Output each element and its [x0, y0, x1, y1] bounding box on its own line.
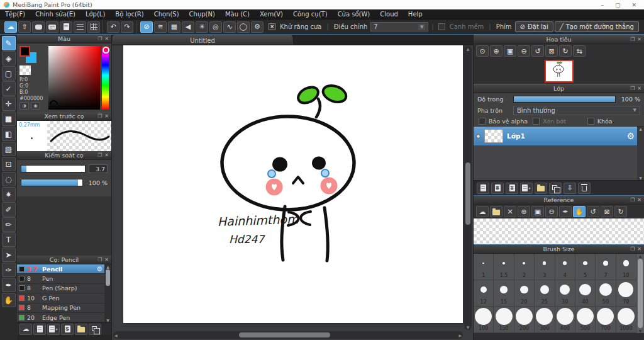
color-picker-mode-button[interactable]: ◉: [31, 102, 40, 110]
select-marquee-tool[interactable]: ⊡: [2, 157, 16, 171]
menu-item-7[interactable]: Xem(V): [255, 11, 288, 18]
upload-icon[interactable]: ⇧: [18, 21, 31, 33]
popout-icon[interactable]: ❐: [630, 246, 635, 252]
brush-row-pencil[interactable]: 3.7Pencil⚙: [17, 264, 104, 274]
transparent-color-swatch[interactable]: [19, 65, 31, 75]
concentric-icon[interactable]: ◎: [209, 21, 222, 33]
operation-tool[interactable]: ➤: [2, 247, 16, 262]
undo-icon[interactable]: ↶: [107, 21, 119, 33]
correction-grid-icon[interactable]: ▦: [168, 21, 180, 33]
close-icon[interactable]: ✕: [637, 37, 641, 42]
popout-icon[interactable]: ❐: [630, 86, 635, 91]
brush-size-1000[interactable]: 1000: [616, 307, 636, 333]
zoom-100-icon[interactable]: ⊙: [476, 45, 489, 57]
menu-item-3[interactable]: Bộ lọc(R): [110, 11, 148, 18]
shape-brush-tool[interactable]: ▢: [2, 66, 16, 81]
menu-item-5[interactable]: Chụp(N): [184, 11, 220, 18]
brush-size-1.5[interactable]: 1.5: [494, 254, 514, 280]
alpha-protect-checkbox[interactable]: ✕: [479, 118, 486, 125]
reference-body[interactable]: [474, 218, 644, 244]
symmetry-icon[interactable]: ✳: [196, 21, 208, 33]
duplicate-brush-icon[interactable]: [89, 324, 101, 335]
brush-opacity-slider[interactable]: [21, 179, 83, 186]
guide-settings-gear-icon[interactable]: ⚙: [251, 21, 264, 33]
document-icon[interactable]: [60, 21, 72, 33]
brush-size-2[interactable]: 2: [514, 254, 535, 280]
close-icon[interactable]: ✕: [104, 257, 109, 263]
scroll-down-icon[interactable]: ▼: [106, 318, 109, 322]
material-grid-icon[interactable]: [87, 21, 100, 33]
layer-settings-gear-icon[interactable]: ⚙: [626, 131, 635, 141]
popout-icon[interactable]: ❐: [630, 197, 635, 203]
menu-item-10[interactable]: Cloud: [375, 11, 403, 18]
brush-size-400[interactable]: 400: [555, 307, 575, 333]
soft-edge-checkbox[interactable]: ✕: [438, 23, 445, 30]
new-brush-icon[interactable]: [33, 324, 46, 335]
move-tool[interactable]: ✛: [2, 96, 16, 111]
menu-item-6[interactable]: Màu (C): [220, 11, 255, 18]
canvas-viewport[interactable]: Hainhimthom Hd247 ▲ ▼ ◀ ▶: [112, 45, 473, 340]
close-icon[interactable]: ✕: [637, 86, 641, 91]
brush-size-scrollbar[interactable]: ▲ ▼: [636, 254, 644, 333]
cloud-upload-brush-icon[interactable]: ☁: [19, 324, 32, 335]
brush-list-scrollbar[interactable]: ▲ ▼: [104, 264, 111, 322]
delete-layer-icon[interactable]: [578, 183, 591, 194]
list-icon[interactable]: [74, 21, 86, 33]
ref-rotate-ccw-icon[interactable]: ↺: [587, 206, 599, 217]
new-1bit-layer-icon[interactable]: 1: [506, 183, 518, 194]
perspective-icon[interactable]: ◀: [182, 21, 194, 33]
snap-tool[interactable]: ✓: [2, 81, 16, 96]
correction-dropdown[interactable]: 7▼: [370, 22, 428, 31]
minimize-button[interactable]: –: [601, 2, 604, 8]
canvas-vertical-scrollbar[interactable]: ▲ ▼: [464, 46, 472, 330]
brush-size-10[interactable]: 10: [616, 254, 636, 280]
scroll-up-icon[interactable]: ▲: [467, 46, 470, 52]
lasso-tool[interactable]: ◌: [2, 172, 16, 186]
brush-row-pen[interactable]: 8Pen: [17, 274, 104, 283]
layer-opacity-slider[interactable]: [513, 96, 616, 103]
close-icon[interactable]: ✕: [104, 152, 109, 158]
correction-lines-icon[interactable]: ≋: [154, 21, 167, 33]
brush-size-7[interactable]: 7: [596, 254, 616, 280]
canvas-document[interactable]: Hainhimthom Hd247: [123, 45, 463, 323]
select-eraser-tool[interactable]: ✏: [2, 217, 16, 232]
hue-bar[interactable]: [102, 46, 109, 110]
brush-size-100[interactable]: 100: [474, 307, 494, 333]
layer-list-scrollbar[interactable]: ▲ ▼: [637, 127, 644, 180]
close-icon[interactable]: ✕: [104, 113, 109, 119]
antialias-checkbox[interactable]: ✕: [269, 23, 275, 30]
script-brush-icon[interactable]: S: [61, 324, 74, 335]
navigator-thumbnail[interactable]: [545, 60, 574, 82]
popout-icon[interactable]: ❐: [97, 113, 102, 119]
brush-size-20[interactable]: 20: [514, 280, 535, 307]
cloud-icon[interactable]: ☁: [4, 21, 17, 33]
brush-size-12[interactable]: 12: [474, 280, 494, 307]
new-layer-icon[interactable]: [477, 183, 489, 194]
menu-item-8[interactable]: Công cụ(T): [288, 11, 333, 18]
bucket-tool[interactable]: ◧: [2, 127, 16, 141]
brush-size-40[interactable]: 40: [575, 280, 596, 307]
menu-item-1[interactable]: Chỉnh sửa(E): [30, 11, 80, 18]
maximize-button[interactable]: ▢: [615, 2, 621, 8]
palette-button[interactable]: ◑: [19, 102, 29, 110]
brush-size-25[interactable]: 25: [535, 280, 555, 307]
ref-zoom-in-icon[interactable]: ⊕: [518, 206, 530, 217]
close-icon[interactable]: ✕: [637, 246, 641, 252]
scroll-right-icon[interactable]: ▶: [457, 333, 463, 337]
brush-size-4[interactable]: 4: [555, 254, 575, 280]
brush-folder-icon[interactable]: [75, 324, 87, 335]
fill-rect-tool[interactable]: ■: [2, 111, 16, 126]
fit-screen-icon[interactable]: ▣: [504, 45, 516, 57]
straight-line-button[interactable]: ╱ Tạo một đường thẳng: [555, 21, 639, 32]
ellipse-guide-icon[interactable]: ◯: [237, 21, 250, 33]
scroll-down-icon[interactable]: ▼: [639, 176, 642, 180]
vertical-scroll-thumb[interactable]: [465, 162, 470, 225]
canvas-horizontal-scrollbar[interactable]: ◀ ▶: [113, 331, 463, 339]
ref-fit-icon[interactable]: ▣: [531, 206, 544, 217]
layer-visibility-dot[interactable]: [476, 134, 480, 139]
ref-hand-icon[interactable]: ✋: [573, 206, 586, 217]
saturation-square[interactable]: [48, 46, 100, 110]
zoom-out-icon[interactable]: ⊖: [518, 45, 530, 57]
ref-eyedropper-icon[interactable]: ✒: [559, 206, 572, 217]
no-correction-icon[interactable]: ⊘: [140, 21, 153, 33]
